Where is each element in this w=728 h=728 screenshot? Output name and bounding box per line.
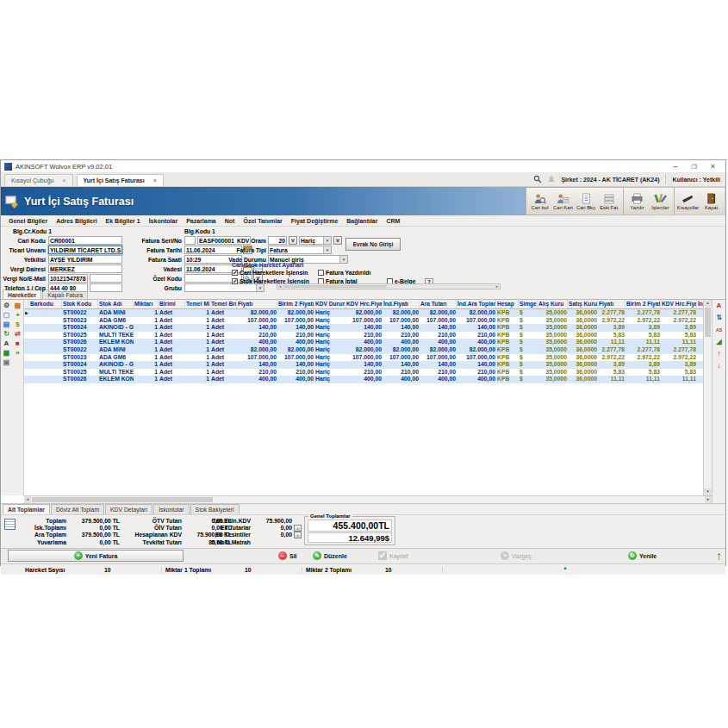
grid-cell[interactable]: ADA MINI: [98, 346, 134, 354]
menu-item[interactable]: Adres Bilgileri: [52, 218, 101, 224]
column-header[interactable]: İnd.Fiyatı: [383, 300, 420, 308]
menu-item[interactable]: CRM: [382, 218, 404, 224]
grid-cell[interactable]: 210,00: [277, 332, 314, 339]
grid-cell[interactable]: 400,00: [457, 376, 496, 383]
more-button[interactable]: ›: [294, 525, 302, 532]
grid-cell[interactable]: 1: [185, 317, 210, 325]
table-row[interactable]: ST00025MULTI TEKER (OI1Adet1Adet210,0021…: [24, 332, 703, 339]
record-icon[interactable]: ■: [13, 339, 22, 348]
gear-icon[interactable]: ⚙: [2, 302, 11, 310]
column-header[interactable]: İnd.F: [697, 300, 703, 308]
column-header[interactable]: Barkodu: [29, 300, 62, 308]
grid-cell[interactable]: 82.000,00: [277, 309, 314, 317]
move-down-icon[interactable]: ↓: [714, 362, 724, 371]
grid-cell[interactable]: [697, 324, 703, 332]
grid-cell[interactable]: KPB: [496, 339, 519, 346]
grid-cell[interactable]: 210,00: [383, 332, 420, 339]
form-horizontal-scrollbar[interactable]: ◄ ►: [277, 283, 501, 289]
grid-cell[interactable]: 107.000,00: [277, 354, 314, 362]
header-tool-button[interactable]: Eski Fat.: [598, 188, 624, 215]
grid-cell[interactable]: 35,0000: [538, 324, 568, 332]
table-row[interactable]: ST00026EKLEM KONTROL1Adet1Adet400,00400,…: [24, 339, 703, 346]
grid-cell[interactable]: Hariç: [314, 346, 345, 354]
grid-cell[interactable]: 35,0000: [538, 376, 568, 383]
grid-cell[interactable]: ST00025: [62, 369, 98, 376]
sil-button[interactable]: –Sil: [278, 550, 297, 562]
grid-cell[interactable]: $: [519, 369, 538, 376]
document-tab[interactable]: Yurt İçi Satış Faturası ×: [77, 174, 164, 186]
menu-item[interactable]: Fiyat Değiştirme: [287, 218, 342, 224]
grid-cell[interactable]: 36,0000: [568, 309, 598, 317]
grid-cell[interactable]: 2.277,78: [661, 309, 697, 317]
grid-cell[interactable]: $: [519, 309, 538, 317]
document-tab[interactable]: Kısayol Çubuğu ×: [4, 174, 73, 186]
find-icon[interactable]: A: [2, 339, 11, 348]
column-header[interactable]: Miktarı: [134, 300, 159, 308]
split-icon[interactable]: »: [13, 349, 22, 358]
grid-cell[interactable]: 2.972,22: [598, 317, 625, 325]
grid-cell[interactable]: Adet: [210, 324, 237, 332]
grid-cell[interactable]: 82.000,00: [277, 346, 314, 354]
grid-cell[interactable]: 107.000,00: [345, 317, 383, 325]
menu-item[interactable]: Genel Bilgiler: [4, 218, 52, 224]
grid-cell[interactable]: Adet: [159, 376, 185, 383]
grid-cell[interactable]: Hariç: [314, 361, 345, 369]
header-tool-button[interactable]: Yazdır: [625, 188, 649, 215]
grid-cell[interactable]: $: [519, 346, 538, 354]
grid-cell[interactable]: 140,00: [383, 324, 420, 332]
grid-cell[interactable]: 3,89: [598, 361, 625, 369]
header-tool-button[interactable]: Kapat: [700, 188, 723, 215]
scroll-left-icon[interactable]: ◄: [24, 496, 31, 503]
table-row[interactable]: ST00023ADA GM61Adet1Adet107.000,00107.00…: [24, 354, 703, 362]
column-header[interactable]: KDV Durumu: [314, 300, 345, 308]
kdv-v2-button[interactable]: V: [333, 236, 342, 245]
note-icon[interactable]: ▣: [2, 358, 11, 367]
column-header[interactable]: Stok Kodu: [62, 300, 98, 308]
column-header[interactable]: KDV Hrc.Fiyat: [661, 300, 697, 308]
totals-tab[interactable]: Stok Bakiyeleri: [190, 504, 240, 514]
menu-item[interactable]: Pazarlama: [182, 218, 221, 224]
grid-cell[interactable]: 1: [134, 346, 159, 354]
grid-cell[interactable]: [29, 317, 62, 325]
grid-cell[interactable]: 1: [185, 332, 210, 339]
grid-cell[interactable]: 2.277,78: [625, 346, 661, 354]
grid-cell[interactable]: 1: [185, 346, 210, 354]
grid-cell[interactable]: ST00022: [62, 346, 98, 354]
grid-cell[interactable]: ADA GM6: [98, 317, 134, 325]
grubu-select[interactable]: ▼: [184, 283, 264, 292]
grid-cell[interactable]: 107.000,00: [383, 354, 420, 362]
grid-cell[interactable]: EKLEM KONTROL: [98, 376, 134, 383]
grid-cell[interactable]: ST00023: [62, 354, 98, 362]
menu-item[interactable]: İskontolar: [145, 218, 182, 224]
grid-cell[interactable]: 82.000,00: [237, 346, 277, 354]
grid-cell[interactable]: MULTI TEKER (OI: [98, 332, 134, 339]
totals-tab[interactable]: Döviz Alt Toplam: [51, 504, 104, 514]
column-header[interactable]: İnd.Ara Toplam: [457, 300, 496, 308]
grid-cell[interactable]: 140,00: [457, 324, 496, 332]
grid-cell[interactable]: Adet: [159, 346, 185, 354]
grid-cell[interactable]: $: [519, 324, 538, 332]
cep-input[interactable]: [90, 283, 122, 292]
grid-cell[interactable]: KPB: [496, 361, 519, 369]
grid-cell[interactable]: 3,89: [625, 361, 661, 369]
header-tool-button[interactable]: İşlemler: [649, 188, 675, 215]
grid-cell[interactable]: [29, 346, 62, 354]
grid-cell[interactable]: 3,89: [625, 324, 661, 332]
grid-cell[interactable]: $: [519, 354, 538, 362]
scroll-right-icon[interactable]: ►: [495, 284, 500, 289]
grid-cell[interactable]: 35,0000: [538, 354, 568, 362]
vazgec-button[interactable]: ×Vazgeç: [501, 550, 532, 562]
checkbox-fatura-yazdirildi[interactable]: Fatura Yazdırıldı: [318, 270, 370, 276]
cari-kodu-input[interactable]: [48, 236, 122, 245]
grid-cell[interactable]: 400,00: [457, 339, 496, 346]
table-row[interactable]: ST00026EKLEM KONTROL1Adet1Adet400,00400,…: [24, 376, 703, 383]
grid-cell[interactable]: Hariç: [314, 369, 345, 376]
grid-cell[interactable]: 5,83: [598, 369, 625, 376]
grid-cell[interactable]: 210,00: [277, 369, 314, 376]
splitter-arrow-icon[interactable]: ▲: [563, 565, 568, 570]
grid-cell[interactable]: [29, 369, 62, 376]
grid-cell[interactable]: Adet: [210, 369, 237, 376]
grid-cell[interactable]: 210,00: [383, 369, 420, 376]
grid-cell[interactable]: 2.972,22: [661, 317, 697, 325]
grid-cell[interactable]: 210,00: [457, 369, 496, 376]
